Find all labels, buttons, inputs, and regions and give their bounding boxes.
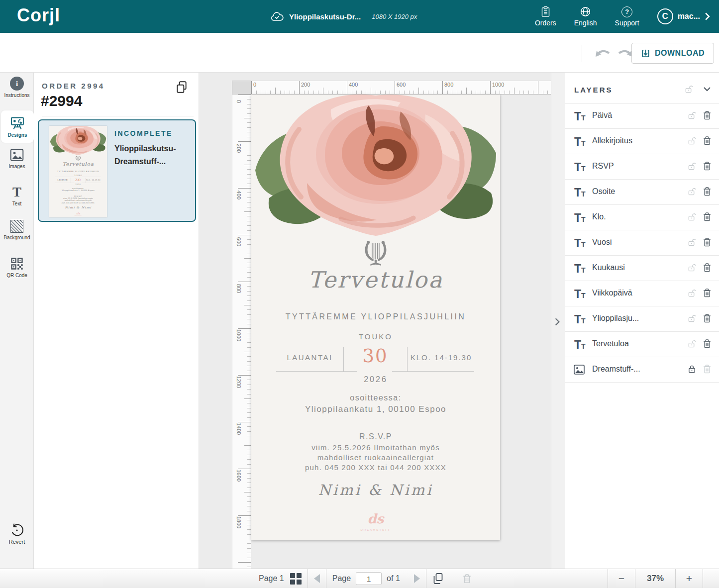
layer-row-vuosi[interactable]: TT Vuosi <box>565 230 719 256</box>
invitation-rsvp-line2[interactable]: mahdolliset ruokaaineallergiat <box>49 200 107 202</box>
layer-row-osoite[interactable]: TT Osoite <box>565 180 719 205</box>
layer-label: Kuukausi <box>592 263 625 272</box>
layer-row-ylioppilasju[interactable]: TT Ylioppilasju... <box>565 306 719 332</box>
corjl-logo[interactable]: Corjl <box>17 5 60 26</box>
sidebar-item-instructions[interactable]: i Instructions <box>0 77 34 98</box>
invitation-subtitle[interactable]: TYTTÄREMME YLIOPPILASJUHLIIN <box>49 171 107 173</box>
rose-artwork[interactable] <box>251 95 500 236</box>
page-grid-view-button[interactable] <box>290 573 302 585</box>
layer-row-viikkopaiva[interactable]: TT Viikkopäivä <box>565 281 719 306</box>
design-page[interactable]: Tervetuloa TYTTÄREMME YLIOPPILASJUHLIIN … <box>251 95 500 540</box>
layer-row-klo[interactable]: TT Klo. <box>565 205 719 230</box>
lock-all-button[interactable] <box>685 85 693 93</box>
invitation-rsvp-title[interactable]: R.S.V.P <box>251 432 500 441</box>
invitation-rsvp-title[interactable]: R.S.V.P <box>49 196 107 197</box>
zoom-out-button[interactable]: − <box>614 573 629 585</box>
layer-row-kuukausi[interactable]: TT Kuukausi <box>565 256 719 281</box>
background-icon <box>10 220 23 233</box>
lyre-icon[interactable] <box>362 240 390 268</box>
design-card[interactable]: Tervetuloa TYTTÄREMME YLIOPPILASJUHLIIN … <box>38 119 196 222</box>
download-button[interactable]: DOWNLOAD <box>631 43 714 64</box>
invitation-signature[interactable]: Nimi & Nimi <box>251 482 500 498</box>
delete-layer-button[interactable] <box>703 212 711 221</box>
sidebar-item-qrcode[interactable]: QR Code <box>0 257 34 278</box>
layer-row-dreamstuff-image[interactable]: Dreamstuff-... <box>565 357 719 383</box>
sidebar-item-designs[interactable]: Designs <box>1 110 34 143</box>
support-button[interactable]: ? Support <box>615 6 639 27</box>
delete-layer-button[interactable] <box>703 263 711 272</box>
lock-layer-button[interactable] <box>688 314 696 322</box>
invitation-signature[interactable]: Nimi & Nimi <box>49 205 107 209</box>
lock-layer-button[interactable] <box>688 187 696 196</box>
invitation-rsvp-line1[interactable]: viim. 25.5.2026 Ilmoitathan myös <box>49 197 107 199</box>
lock-layer-button[interactable] <box>688 162 696 170</box>
text-layer-icon: TT <box>574 313 586 326</box>
previous-page-button[interactable] <box>314 574 320 583</box>
lock-layer-button[interactable] <box>688 339 696 348</box>
delete-layer-button[interactable] <box>703 187 711 196</box>
copy-order-button[interactable] <box>176 81 188 94</box>
invitation-date-block[interactable]: TOUKO LAUANTAI 30 KLO. 14-19.30 2026 <box>276 328 475 392</box>
invitation-address[interactable]: Ylioppilaankatu 1, 00100 Espoo <box>251 404 500 414</box>
lock-layer-button[interactable] <box>688 136 696 145</box>
lock-layer-button[interactable] <box>688 212 696 221</box>
invitation-subtitle[interactable]: TYTTÄREMME YLIOPPILASJUHLIIN <box>251 312 500 321</box>
sidebar-item-background[interactable]: Background <box>0 220 34 240</box>
undo-button[interactable] <box>595 48 612 59</box>
lock-layer-button[interactable] <box>688 238 696 246</box>
redo-button[interactable] <box>616 48 633 59</box>
delete-layer-button[interactable] <box>703 314 711 323</box>
invitation-title[interactable]: Tervetuloa <box>49 161 107 167</box>
invitation-title[interactable]: Tervetuloa <box>251 267 500 293</box>
collapse-layers-button[interactable] <box>554 317 560 326</box>
layer-row-paiva[interactable]: TT Päivä <box>565 103 719 129</box>
sidebar-item-text[interactable]: T Text <box>0 185 34 206</box>
lock-layer-button[interactable] <box>688 289 696 297</box>
invitation-weekday[interactable]: LAUANTAI <box>276 353 343 362</box>
invitation-rsvp-line3[interactable]: puh. 045 200 XXX tai 044 200 XXXX <box>49 202 107 204</box>
zoom-in-button[interactable]: + <box>682 573 697 585</box>
unlock-layer-button[interactable] <box>688 365 696 373</box>
ruler-label: 1600 <box>236 469 242 483</box>
invitation-rsvp-line1[interactable]: viim. 25.5.2026 Ilmoitathan myös <box>251 443 500 452</box>
delete-layer-button[interactable] <box>703 162 711 171</box>
invitation-time[interactable]: KLO. 14-19.30 <box>407 353 475 362</box>
layer-row-tervetuloa[interactable]: TT Tervetuloa <box>565 332 719 357</box>
duplicate-page-button[interactable] <box>432 573 444 585</box>
orders-button[interactable]: Orders <box>535 6 556 27</box>
canvas-viewport: 0 200 400 600 800 1000 0 200 400 600 800… <box>199 73 551 569</box>
delete-layer-button[interactable] <box>703 339 711 348</box>
next-page-button[interactable] <box>414 574 420 583</box>
sidebar-item-images[interactable]: Images <box>0 148 34 169</box>
layer-row-rsvp[interactable]: TT RSVP <box>565 154 719 180</box>
invitation-month[interactable]: TOUKO <box>276 332 475 341</box>
layer-label: Tervetuloa <box>592 339 629 348</box>
lock-layer-button[interactable] <box>688 111 696 119</box>
account-menu[interactable]: C mac... <box>657 8 710 24</box>
invitation-rsvp-line2[interactable]: mahdolliset ruokaaineallergiat <box>251 453 500 462</box>
invitation-address[interactable]: Ylioppilaankatu 1, 00100 Espoo <box>49 190 107 192</box>
delete-layer-button[interactable] <box>703 111 711 120</box>
invitation-address-label[interactable]: osoitteessa: <box>49 188 107 190</box>
invitation-rsvp-line3[interactable]: puh. 045 200 XXX tai 044 200 XXXX <box>251 463 500 472</box>
ruler-label: 1000 <box>236 328 242 342</box>
document-title[interactable]: Ylioppilaskutsu-Dr... <box>289 12 361 21</box>
editor-toolbar: DOWNLOAD <box>0 33 719 73</box>
invitation-day[interactable]: 30 <box>343 345 407 367</box>
layers-title: LAYERS <box>574 86 613 94</box>
delete-layer-button[interactable] <box>703 136 711 145</box>
revert-button[interactable]: Revert <box>0 523 34 545</box>
divider <box>276 371 357 372</box>
delete-layer-button[interactable] <box>703 289 711 297</box>
invitation-date-block[interactable]: TOUKO LAUANTAI 30 KLO. 14-19.30 2026 <box>55 174 102 187</box>
language-button[interactable]: English <box>574 6 597 27</box>
collapse-layers-list-button[interactable] <box>703 87 711 92</box>
layer-row-allekirjoitus[interactable]: TT Allekirjoitus <box>565 129 719 154</box>
page-controls: Page 1 Page of 1 <box>259 569 471 588</box>
invitation-year[interactable]: 2026 <box>276 375 475 384</box>
lock-layer-button[interactable] <box>688 263 696 272</box>
invitation-weekday: LAUANTAI <box>55 179 71 181</box>
delete-layer-button[interactable] <box>703 238 711 247</box>
invitation-address-label[interactable]: osoitteessa: <box>251 393 500 402</box>
page-number-input[interactable] <box>356 572 382 585</box>
